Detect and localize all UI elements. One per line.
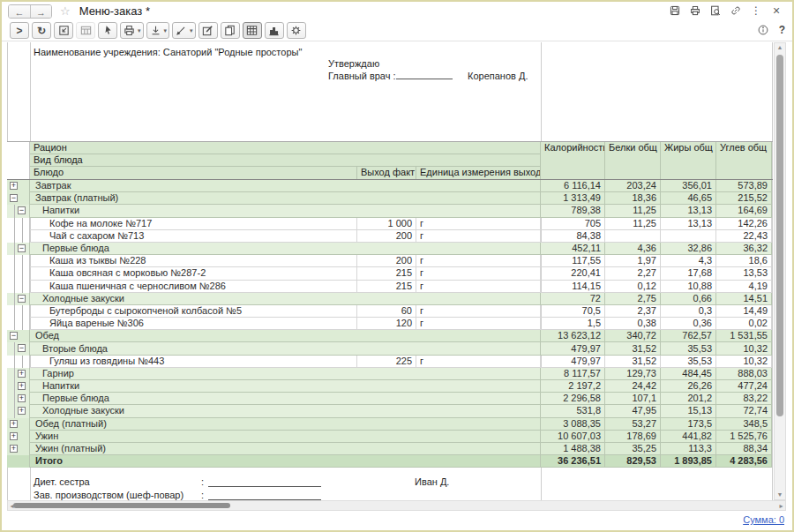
expand-icon[interactable]: + <box>18 382 26 390</box>
chief-doctor-name: Корепанов Д. <box>468 71 528 81</box>
expand-icon[interactable]: + <box>10 420 18 428</box>
table-row[interactable]: +Холодные закуски531,847,9515,1372,74 <box>7 405 773 417</box>
expand-icon[interactable]: + <box>18 394 26 402</box>
expand-icon[interactable]: + <box>18 407 26 415</box>
print-button[interactable]: ▾ <box>120 22 144 39</box>
vertical-scrollbar[interactable]: ▲ ▼ <box>774 42 786 500</box>
fats-value: 35,53 <box>661 342 716 355</box>
expand-icon[interactable]: + <box>10 445 18 453</box>
tree-gutter: − <box>7 192 30 205</box>
horizontal-scrollbar[interactable]: ◂ ▸ <box>7 500 786 511</box>
collapse-icon[interactable]: − <box>10 332 18 340</box>
carbs-value: 4,19 <box>716 281 772 293</box>
table-row[interactable]: +Ужин10 607,03178,69441,821 525,76 <box>7 431 773 443</box>
signature-line <box>396 71 453 79</box>
tree-gutter <box>7 318 30 330</box>
toolbar-buttons: >↻▾▾▾ <box>7 22 306 39</box>
grid-view-button[interactable] <box>243 22 262 39</box>
table-row[interactable]: −Первые блюда452,114,3632,8636,32 <box>7 243 773 255</box>
table-row[interactable]: +Гарнир8 117,57129,73484,45888,03 <box>7 368 773 380</box>
close-icon[interactable]: × <box>769 4 783 18</box>
link-icon[interactable] <box>729 4 743 18</box>
scroll-up-icon[interactable]: ▲ <box>775 43 785 52</box>
print-icon[interactable] <box>688 4 702 18</box>
fats-value: 0,3 <box>661 305 716 318</box>
row-label: Кофе на молоке №717 <box>30 218 357 230</box>
save-icon[interactable] <box>668 4 682 18</box>
table-row[interactable]: Гуляш из говядины №443225г479,9731,5235,… <box>7 356 773 368</box>
edit-button[interactable] <box>198 22 218 39</box>
table-row[interactable]: Итого36 236,51829,531 893,854 283,56 <box>7 455 773 468</box>
calories-value: 117,55 <box>541 255 605 267</box>
expand-icon[interactable]: + <box>10 182 18 190</box>
collapse-icon[interactable]: − <box>10 194 18 202</box>
fats-value: 356,01 <box>661 180 716 192</box>
info-icon[interactable] <box>756 23 770 37</box>
column-header-dish-type: Вид блюда <box>30 154 541 167</box>
expand-icon[interactable]: + <box>18 370 26 378</box>
table-row[interactable]: +Напитки2 197,224,4226,26477,24 <box>7 380 773 393</box>
table-row[interactable]: Каша пшеничная с черносливом №286215г114… <box>7 281 773 293</box>
table-row[interactable]: Каша из тыквы №228200г117,551,974,318,6 <box>7 255 773 267</box>
table-row[interactable]: −Вторые блюда479,9731,5235,5310,32 <box>7 342 773 355</box>
calories-value: 531,8 <box>541 405 605 417</box>
fats-value: 26,26 <box>661 380 716 393</box>
output-fact-value: 215 <box>357 267 416 280</box>
proteins-value: 53,27 <box>605 418 661 431</box>
draw-button[interactable]: ▾ <box>172 22 196 39</box>
forward-arrow-icon[interactable]: → <box>30 5 51 19</box>
titlebar-icons: ⋮× <box>668 4 783 18</box>
tree-line <box>14 393 15 405</box>
preview-icon[interactable] <box>708 4 723 18</box>
table-row[interactable]: Кофе на молоке №7171 000г70511,2513,1314… <box>7 218 773 230</box>
refresh-button[interactable]: ↻ <box>32 22 51 39</box>
collapse-icon[interactable]: − <box>18 206 26 214</box>
table-row[interactable]: −Обед13 623,12340,72762,571 531,55 <box>7 330 773 342</box>
horizontal-scroll-thumb[interactable] <box>13 503 230 508</box>
collapse-icon[interactable]: − <box>18 244 26 252</box>
fats-value: 113,3 <box>661 443 716 455</box>
settings-button[interactable] <box>287 22 306 39</box>
page-title: Меню-заказ * <box>79 4 150 18</box>
expand-icon[interactable]: + <box>10 432 18 440</box>
tree-line <box>14 230 15 243</box>
proteins-value: 0,12 <box>605 281 661 293</box>
back-arrow-icon[interactable]: ← <box>9 5 30 19</box>
table-row[interactable]: −Завтрак (платный)1 313,4918,3646,65215,… <box>7 192 773 205</box>
column-header-output-fact: Выход факт <box>357 167 416 179</box>
copy-button[interactable] <box>221 22 240 39</box>
help-icon[interactable]: ? <box>779 24 785 36</box>
chart-view-button[interactable] <box>265 22 284 39</box>
proteins-value: 2,75 <box>605 293 661 305</box>
table-row[interactable]: Каша овсяная с морковью №287-2215г220,41… <box>7 267 773 280</box>
resize-window-button[interactable] <box>54 22 73 39</box>
table-row[interactable]: −Холодные закуски722,750,6614,51 <box>7 293 773 305</box>
collapse-icon[interactable]: − <box>18 344 26 352</box>
chevron-down-icon[interactable]: ▾ <box>138 27 141 34</box>
table-row[interactable]: +Завтрак6 116,14203,24356,01573,89 <box>7 180 773 192</box>
chevron-down-icon[interactable]: ▾ <box>190 27 193 34</box>
scroll-down-icon[interactable]: ▼ <box>775 491 785 499</box>
carbs-value: 888,03 <box>716 368 772 380</box>
fats-value: 4,3 <box>661 255 716 267</box>
generate-button[interactable]: > <box>10 22 29 39</box>
collapse-icon[interactable]: − <box>18 295 26 303</box>
table-row[interactable]: +Ужин (платный)1 488,3835,25113,388,34 <box>7 443 773 455</box>
select-mode-button[interactable] <box>98 22 117 39</box>
scroll-right-icon[interactable]: ▸ <box>777 501 785 510</box>
table-row[interactable]: +Обед (платный)3 088,3553,27173,5348,5 <box>7 418 773 431</box>
favorite-star-icon[interactable]: ☆ <box>60 4 71 18</box>
table-row[interactable]: −Напитки789,3811,2513,13164,69 <box>7 205 773 217</box>
table-settings-button[interactable] <box>76 22 95 39</box>
more-icon[interactable]: ⋮ <box>749 4 763 18</box>
fats-value: 17,68 <box>661 267 716 280</box>
sum-link[interactable]: Сумма: 0 <box>743 514 784 525</box>
table-row[interactable]: Яйца вареные №306120г1,50,380,360,02 <box>7 318 773 330</box>
table-row[interactable]: +Первые блюда2 296,58107,1201,283,22 <box>7 393 773 405</box>
row-label: Вторые блюда <box>30 342 541 355</box>
table-row[interactable]: Чай с сахаром №713200г84,3822,43 <box>7 230 773 243</box>
vertical-scroll-thumb[interactable] <box>776 55 783 416</box>
table-row[interactable]: Бутерброды с сырокопченой колбасой №560г… <box>7 305 773 318</box>
chevron-down-icon[interactable]: ▾ <box>164 27 168 34</box>
save-to-file-button[interactable]: ▾ <box>146 22 170 39</box>
